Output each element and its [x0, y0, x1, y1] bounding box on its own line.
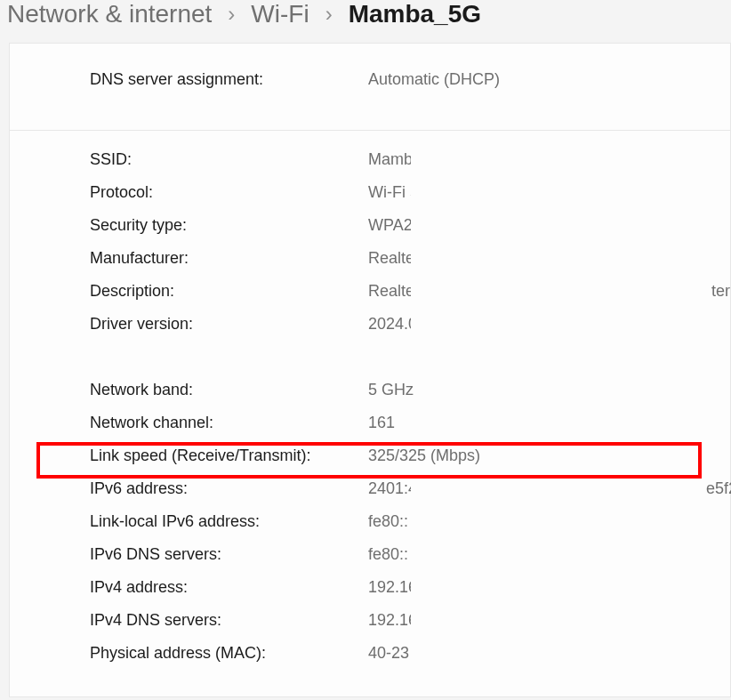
ssid-value: Mamba: [368, 150, 411, 169]
ipv4dns-label: IPv4 DNS servers:: [90, 611, 368, 630]
row-ipv4: IPv4 address: 192.16: [90, 578, 730, 611]
wifi-details-panel: DNS server assignment: Automatic (DHCP) …: [9, 43, 731, 697]
description-value: Realtek: [368, 282, 411, 301]
dns-label: DNS server assignment:: [90, 70, 368, 89]
properties-section: SSID: Mamba Protocol: Wi-Fi 5 Security t…: [10, 131, 730, 696]
row-protocol: Protocol: Wi-Fi 5: [90, 183, 730, 216]
ipv6dns-label: IPv6 DNS servers:: [90, 545, 368, 564]
row-manufacturer: Manufacturer: Realtek: [90, 249, 730, 282]
driver-value: 2024.0: [368, 315, 411, 334]
row-ipv6dns: IPv6 DNS servers: fe80::: [90, 545, 730, 578]
ipv6-value: 2401:4: [368, 479, 411, 498]
row-security: Security type: WPA2-: [90, 216, 730, 249]
row-linklocal: Link-local IPv6 address: fe80::: [90, 512, 730, 545]
protocol-label: Protocol:: [90, 183, 368, 202]
spacer: [90, 348, 730, 381]
dns-section: DNS server assignment: Automatic (DHCP): [10, 44, 730, 131]
row-ipv4dns: IPv4 DNS servers: 192.16: [90, 611, 730, 644]
linkspeed-label: Link speed (Receive/Transmit):: [90, 447, 368, 465]
channel-value: 161: [368, 414, 706, 432]
row-dns-assignment: DNS server assignment: Automatic (DHCP): [90, 70, 659, 103]
breadcrumb-network-internet[interactable]: Network & internet: [7, 0, 212, 28]
row-band: Network band: 5 GHz: [90, 381, 730, 414]
linklocal-value: fe80::: [368, 512, 411, 531]
mac-label: Physical address (MAC):: [90, 644, 368, 663]
manufacturer-label: Manufacturer:: [90, 249, 368, 268]
row-driver: Driver version: 2024.0: [90, 315, 730, 348]
chevron-right-icon: ›: [325, 2, 333, 27]
band-value: 5 GHz: [368, 381, 706, 399]
row-description: Description: Realtek ter: [90, 282, 730, 315]
row-ssid: SSID: Mamba: [90, 150, 730, 183]
mac-value: 40-23: [368, 644, 411, 663]
security-value: WPA2-: [368, 216, 411, 235]
description-label: Description:: [90, 282, 368, 301]
manufacturer-value: Realtek: [368, 249, 411, 268]
protocol-value: Wi-Fi 5: [368, 183, 411, 202]
driver-label: Driver version:: [90, 315, 368, 334]
breadcrumb-wifi[interactable]: Wi-Fi: [251, 0, 309, 28]
breadcrumb: Network & internet › Wi-Fi › Mamba_5G: [0, 0, 731, 43]
chevron-right-icon: ›: [228, 2, 235, 27]
dns-value: Automatic (DHCP): [368, 70, 590, 89]
linkspeed-value: 325/325 (Mbps): [368, 447, 706, 465]
security-label: Security type:: [90, 216, 368, 235]
ipv4-value: 192.16: [368, 578, 411, 597]
ipv4dns-value: 192.16: [368, 611, 411, 630]
ipv6dns-value: fe80::: [368, 545, 411, 564]
channel-label: Network channel:: [90, 414, 368, 432]
ipv6-value-right: e5f2: [706, 479, 731, 498]
row-ipv6: IPv6 address: 2401:4 e5f2: [90, 479, 730, 512]
breadcrumb-current: Mamba_5G: [349, 0, 481, 28]
row-linkspeed: Link speed (Receive/Transmit): 325/325 (…: [90, 447, 730, 479]
row-mac: Physical address (MAC): 40-23: [90, 644, 730, 677]
description-value-right: ter: [711, 282, 730, 301]
row-channel: Network channel: 161: [90, 414, 730, 447]
ssid-label: SSID:: [90, 150, 368, 169]
ipv4-label: IPv4 address:: [90, 578, 368, 597]
linklocal-label: Link-local IPv6 address:: [90, 512, 368, 531]
band-label: Network band:: [90, 381, 368, 399]
ipv6-label: IPv6 address:: [90, 479, 368, 498]
